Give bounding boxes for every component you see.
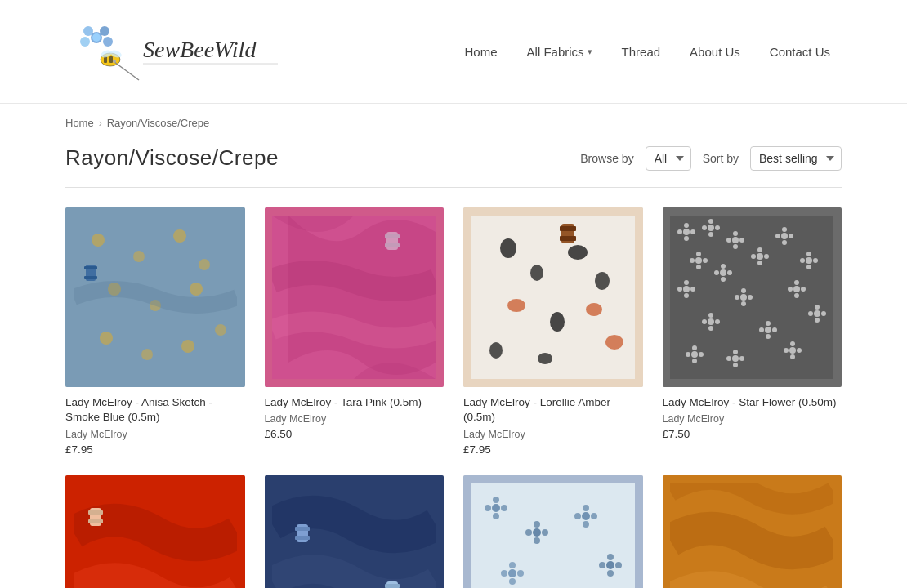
product-name: Lady McElroy - Tara Pink (0.5m): [265, 395, 445, 411]
svg-point-83: [775, 234, 780, 238]
svg-point-112: [766, 334, 771, 339]
dropdown-arrow-icon: ▾: [588, 47, 592, 57]
svg-point-103: [788, 287, 793, 292]
svg-point-86: [806, 252, 811, 256]
svg-point-172: [615, 562, 622, 568]
svg-point-131: [790, 341, 795, 346]
svg-point-54: [690, 229, 695, 234]
svg-point-63: [726, 238, 731, 243]
svg-point-94: [690, 287, 695, 292]
svg-point-85: [806, 257, 812, 264]
svg-point-23: [190, 283, 203, 296]
nav-about-us[interactable]: About Us: [678, 38, 752, 65]
product-name: Lady McElroy - Star Flower (0.50m): [663, 395, 842, 411]
svg-point-100: [793, 286, 800, 292]
product-image-wrap: [663, 207, 842, 387]
svg-point-27: [181, 340, 194, 353]
svg-point-65: [695, 257, 702, 264]
svg-point-162: [591, 513, 597, 519]
svg-point-161: [583, 505, 589, 511]
nav-thread[interactable]: Thread: [610, 38, 672, 65]
svg-point-153: [485, 505, 491, 511]
svg-point-72: [721, 277, 726, 282]
product-card[interactable]: Lady McElroy - Star Flower (0.50m) Lady …: [663, 207, 842, 456]
svg-point-102: [794, 293, 799, 298]
product-card[interactable]: Lady McElroy - Lorellie Amber (0.5m) Lad…: [463, 207, 643, 456]
nav-all-fabrics[interactable]: All Fabrics ▾: [516, 38, 604, 65]
svg-point-92: [684, 293, 689, 298]
svg-point-105: [708, 318, 714, 325]
svg-point-76: [757, 247, 762, 252]
svg-point-25: [100, 332, 113, 345]
svg-point-90: [683, 286, 690, 292]
svg-point-152: [501, 505, 507, 511]
svg-point-163: [574, 513, 581, 519]
svg-point-98: [735, 295, 739, 300]
product-card[interactable]: Lady McElroy - Red Fabric (0.5m) Lady Mc…: [65, 475, 245, 588]
svg-point-171: [607, 554, 614, 560]
filter-area: Browse by All Sort by Best selling: [580, 146, 842, 171]
svg-point-55: [708, 225, 714, 231]
svg-point-40: [507, 299, 525, 312]
svg-point-18: [133, 251, 145, 262]
browse-by-select[interactable]: All: [646, 146, 691, 171]
nav-home[interactable]: Home: [454, 38, 509, 65]
svg-rect-144: [295, 527, 310, 531]
product-image-wrap: [663, 475, 842, 588]
svg-point-1: [83, 26, 93, 36]
svg-point-101: [794, 280, 799, 285]
product-price: £7.50: [663, 428, 842, 440]
svg-point-126: [733, 350, 738, 354]
product-card[interactable]: Lady McElroy - Floral Print (0.5m) Lady …: [463, 475, 643, 588]
svg-rect-29: [84, 266, 97, 270]
svg-point-150: [492, 504, 500, 512]
svg-point-50: [683, 229, 690, 235]
main-nav: Home All Fabrics ▾ Thread About Us Conta…: [454, 38, 842, 65]
svg-rect-145: [295, 536, 310, 540]
svg-point-71: [721, 264, 726, 269]
product-card[interactable]: Lady McElroy - Tara Pink (0.5m) Lady McE…: [265, 207, 445, 456]
svg-point-39: [595, 272, 610, 290]
svg-point-19: [173, 229, 186, 243]
svg-point-134: [797, 348, 802, 353]
svg-point-157: [542, 529, 548, 536]
svg-point-24: [215, 324, 226, 336]
svg-point-53: [677, 229, 682, 234]
svg-point-133: [784, 348, 789, 353]
svg-point-78: [751, 254, 756, 259]
logo-area[interactable]: SewBeeWild: [65, 15, 278, 88]
svg-point-81: [782, 227, 787, 232]
svg-point-44: [605, 335, 623, 350]
sort-by-label: Sort by: [703, 152, 739, 165]
product-image-wrap: [463, 207, 643, 387]
svg-point-115: [814, 310, 820, 317]
svg-point-93: [677, 287, 682, 292]
svg-line-12: [114, 62, 139, 80]
svg-point-104: [801, 287, 806, 292]
svg-point-130: [789, 347, 796, 354]
site-logo[interactable]: SewBeeWild: [65, 15, 278, 88]
product-card[interactable]: Lady McElroy - Anisa Sketch - Smoke Blue…: [65, 207, 245, 456]
svg-point-70: [720, 270, 726, 276]
svg-point-57: [708, 232, 713, 237]
svg-point-119: [821, 311, 826, 316]
svg-point-96: [741, 288, 746, 293]
svg-point-165: [508, 569, 516, 577]
svg-point-122: [692, 359, 697, 363]
svg-point-158: [525, 529, 532, 536]
product-vendor: Lady McElroy: [663, 413, 842, 425]
svg-point-52: [684, 236, 689, 241]
svg-point-156: [534, 521, 540, 528]
svg-point-120: [691, 351, 698, 358]
svg-point-173: [599, 562, 605, 568]
svg-point-2: [100, 26, 109, 36]
product-card[interactable]: Lady McElroy - Amber Orange (0.5m) Lady …: [663, 475, 842, 588]
sort-by-select[interactable]: Best selling: [750, 146, 842, 171]
breadcrumb-home[interactable]: Home: [65, 117, 94, 129]
product-image-wrap: [65, 475, 245, 588]
product-card[interactable]: Lady McElroy - Navy Blue (0.5m) Lady McE…: [265, 475, 445, 588]
svg-point-109: [715, 319, 720, 324]
svg-point-99: [748, 295, 753, 300]
svg-point-37: [530, 265, 543, 281]
nav-contact-us[interactable]: Contact Us: [758, 38, 842, 65]
